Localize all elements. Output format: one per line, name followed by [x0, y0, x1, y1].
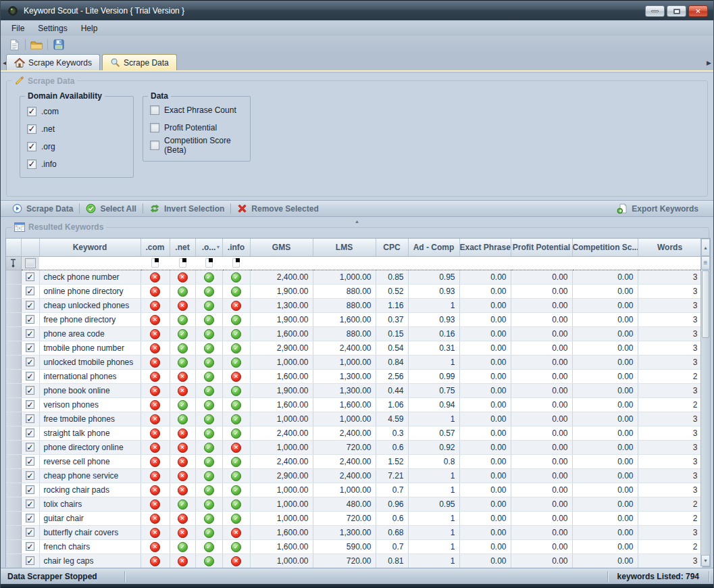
minimize-button[interactable] [645, 5, 665, 17]
header-info[interactable]: .info [222, 239, 250, 256]
row-checkbox[interactable]: ✓ [26, 514, 34, 522]
vertical-scrollbar[interactable]: ▲ ≡ ▼ [700, 239, 710, 566]
filter-info-cell[interactable] [222, 256, 250, 270]
menu-help[interactable]: Help [74, 22, 105, 34]
table-row[interactable]: ✓tolix chairs✕✓✓✓1,000.00480.000.960.950… [6, 497, 702, 511]
table-row[interactable]: ✓check phone number✕✕✓✓2,400.001,000.000… [6, 270, 702, 284]
row-checkbox-cell[interactable]: ✓ [21, 412, 39, 426]
unchecked-checkbox[interactable] [150, 123, 159, 132]
checkbox-option[interactable]: ✓.net [27, 124, 133, 134]
header-gms[interactable]: GMS [250, 239, 313, 256]
filter-com-cell[interactable] [141, 256, 170, 270]
table-row[interactable]: ✓guitar chair✕✕✓✓1,000.00720.000.610.000… [6, 511, 702, 525]
checked-checkbox[interactable]: ✓ [27, 142, 36, 151]
checkbox-option[interactable]: ✓.com [27, 106, 133, 116]
menu-settings[interactable]: Settings [31, 22, 74, 34]
header-checkbox[interactable] [21, 239, 39, 256]
row-checkbox[interactable]: ✓ [26, 542, 34, 551]
table-row[interactable]: ✓unlocked tmobile phones✕✓✓✓1,000.001,00… [6, 355, 702, 369]
row-checkbox[interactable]: ✓ [26, 301, 34, 310]
row-checkbox-cell[interactable]: ✓ [21, 525, 39, 539]
export-keywords-button[interactable]: Export Keywords [611, 203, 708, 214]
row-checkbox[interactable]: ✓ [26, 343, 34, 352]
row-checkbox-cell[interactable]: ✓ [21, 454, 39, 468]
row-checkbox-cell[interactable]: ✓ [21, 554, 39, 568]
header-com[interactable]: .com [141, 239, 170, 256]
unchecked-checkbox[interactable] [150, 105, 159, 115]
row-checkbox[interactable]: ✓ [26, 329, 34, 338]
row-checkbox-cell[interactable]: ✓ [21, 511, 39, 525]
table-row[interactable]: ✓straight talk phone✕✕✓✓2,400.002,400.00… [6, 426, 702, 440]
filter-cpc-cell[interactable] [376, 256, 408, 270]
row-checkbox-cell[interactable]: ✓ [21, 284, 39, 298]
header-lms[interactable]: LMS [313, 239, 376, 256]
splitter-grip-icon[interactable]: ▲ [355, 219, 359, 224]
header-ad-comp[interactable]: Ad - Comp [408, 239, 459, 256]
row-checkbox-cell[interactable]: ✓ [21, 383, 39, 397]
row-checkbox[interactable]: ✓ [26, 485, 34, 494]
filter-checkbox-cell[interactable] [21, 256, 39, 270]
table-row[interactable]: ✓tmobile phone number✕✓✓✓2,900.002,400.0… [6, 341, 702, 355]
row-checkbox[interactable]: ✓ [26, 499, 34, 508]
table-row[interactable]: ✓french chairs✕✓✓✓1,600.00590.000.710.00… [6, 539, 702, 554]
checkbox-option[interactable]: Exact Phrase Count [150, 105, 250, 115]
filter-checkbox[interactable] [25, 258, 36, 268]
column-customize-icon[interactable]: ≡ [701, 256, 710, 270]
row-checkbox[interactable]: ✓ [26, 457, 34, 466]
unchecked-checkbox[interactable] [150, 141, 159, 150]
open-folder-button[interactable] [28, 37, 45, 52]
table-row[interactable]: ✓chair leg caps✕✕✓✕1,000.00720.000.8110.… [6, 554, 702, 568]
row-checkbox-cell[interactable]: ✓ [21, 355, 39, 369]
header-exact-phrase[interactable]: Exact Phrase [459, 239, 511, 256]
checked-checkbox[interactable]: ✓ [27, 160, 36, 169]
tab-scrape-keywords[interactable]: Scrape Keywords [6, 54, 100, 70]
row-checkbox[interactable]: ✓ [26, 428, 34, 437]
table-row[interactable]: ✓butterfly chair covers✕✕✓✕1,600.001,300… [6, 525, 702, 539]
row-checkbox[interactable]: ✓ [26, 471, 34, 480]
row-checkbox-cell[interactable]: ✓ [21, 539, 39, 554]
table-row[interactable]: ✓phone book online✕✕✓✓1,900.001,300.000.… [6, 383, 702, 397]
tab-scrape-data[interactable]: Scrape Data [102, 54, 177, 70]
checked-checkbox[interactable]: ✓ [27, 107, 36, 116]
row-checkbox-cell[interactable]: ✓ [21, 468, 39, 483]
filter-lms-cell[interactable] [313, 256, 376, 270]
table-row[interactable]: ✓cheap unlocked phones✕✕✓✕1,300.00880.00… [6, 298, 702, 312]
table-row[interactable]: ✓international phones✕✕✓✕1,600.001,300.0… [6, 369, 702, 383]
row-checkbox[interactable]: ✓ [26, 400, 34, 409]
checkbox-option[interactable]: Competition Score (Beta) [150, 140, 250, 150]
maximize-button[interactable] [667, 5, 686, 17]
row-checkbox[interactable]: ✓ [26, 386, 34, 395]
row-checkbox-cell[interactable]: ✓ [21, 326, 39, 341]
filter-competition-score-cell[interactable] [572, 256, 638, 270]
row-checkbox-cell[interactable]: ✓ [21, 440, 39, 454]
filter-gms-cell[interactable] [250, 256, 313, 270]
row-checkbox-cell[interactable]: ✓ [21, 483, 39, 497]
row-checkbox[interactable]: ✓ [26, 372, 34, 381]
header-competition-score[interactable]: Competition Sc... [572, 239, 638, 256]
filter-net-cell[interactable] [170, 256, 195, 270]
remove-selected-button[interactable]: Remove Selected [231, 203, 324, 214]
filter-words-cell[interactable] [638, 256, 702, 270]
header-keyword[interactable]: Keyword [39, 239, 141, 256]
row-checkbox[interactable]: ✓ [26, 528, 34, 537]
filter-org-cell[interactable] [195, 256, 222, 270]
close-button[interactable]: ✕ [688, 5, 708, 17]
checkbox-option[interactable]: ✓.info [27, 159, 133, 169]
checkbox-option[interactable]: Profit Potential [150, 122, 250, 132]
row-checkbox[interactable]: ✓ [26, 272, 34, 281]
filter-profit-potential-cell[interactable] [511, 256, 572, 270]
row-checkbox-cell[interactable]: ✓ [21, 298, 39, 312]
table-row[interactable]: ✓reverse cell phone✕✕✓✓2,400.002,400.001… [6, 454, 702, 468]
row-checkbox[interactable]: ✓ [26, 315, 34, 324]
new-document-button[interactable] [6, 37, 22, 52]
row-checkbox-cell[interactable]: ✓ [21, 369, 39, 383]
filter-exact-phrase-cell[interactable] [459, 256, 511, 270]
row-checkbox[interactable]: ✓ [26, 414, 34, 423]
menu-file[interactable]: File [5, 22, 31, 34]
table-row[interactable]: ✓phone directory online✕✕✓✕1,000.00720.0… [6, 440, 702, 454]
invert-selection-button[interactable]: Invert Selection [143, 203, 230, 214]
table-row[interactable]: ✓cheap phone service✕✕✓✓2,900.002,400.00… [6, 468, 702, 483]
row-checkbox[interactable]: ✓ [26, 443, 34, 451]
table-row[interactable]: ✓free phone directory✕✓✓✓1,900.001,600.0… [6, 312, 702, 326]
table-row[interactable]: ✓phone area code✕✓✓✓1,600.00880.000.150.… [6, 326, 702, 341]
